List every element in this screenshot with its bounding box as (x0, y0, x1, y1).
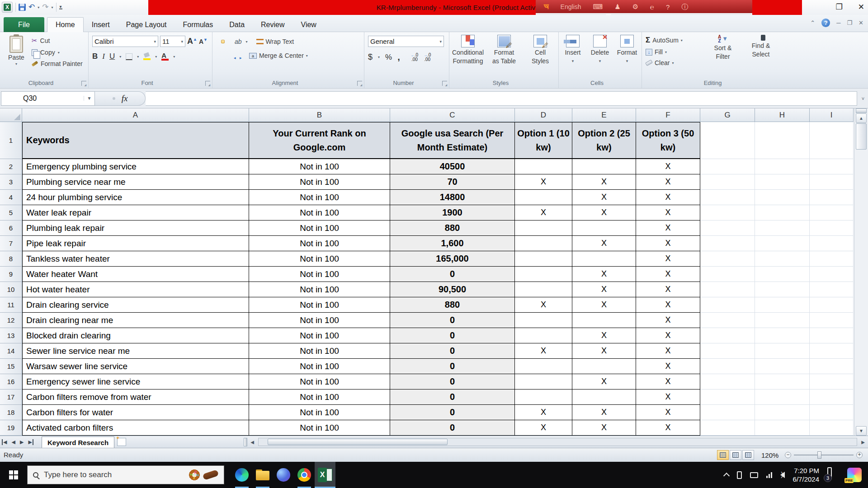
cell-volume[interactable]: 40500 (390, 159, 515, 174)
middle-align-button[interactable] (221, 40, 225, 43)
cell-option3[interactable]: X (636, 359, 700, 374)
cell-option3[interactable]: X (636, 174, 700, 190)
cell-g[interactable] (700, 328, 755, 343)
increase-indent-button[interactable] (239, 54, 242, 57)
wrap-text-button[interactable]: Wrap Text (256, 38, 294, 45)
cell-option1[interactable] (515, 251, 572, 267)
cell-option2[interactable]: X (572, 328, 636, 343)
column-header-D[interactable]: D (515, 108, 572, 122)
chrome-taskbar-button[interactable] (294, 462, 315, 488)
cell-i[interactable] (810, 282, 854, 297)
cell-option2[interactable]: X (572, 297, 636, 313)
cell-volume[interactable]: 70 (390, 174, 515, 190)
paint-cocreator-icon[interactable]: PRE (847, 468, 862, 482)
cell-g[interactable] (700, 282, 755, 297)
sort-filter-button[interactable]: AZ ▼ Sort & Filter (704, 35, 741, 60)
grow-font-button[interactable]: A▲ (187, 37, 197, 46)
taskbar-search-input[interactable]: Type here to search (27, 465, 224, 484)
cell-h[interactable] (755, 236, 810, 251)
scroll-up-icon[interactable]: ▲ (856, 113, 867, 123)
insert-cells-button[interactable]: Insert ▾ (560, 35, 586, 65)
cell-keyword[interactable]: Emergency sewer line service (22, 374, 249, 389)
hidden-icons-chevron[interactable] (723, 473, 730, 479)
bottom-align-button[interactable] (227, 40, 231, 43)
cell-i[interactable] (810, 328, 854, 343)
cell-h[interactable] (755, 313, 810, 328)
cell-rank[interactable]: Not in 100 (249, 374, 390, 389)
cell-option3[interactable]: X (636, 221, 700, 236)
cell-h[interactable] (755, 282, 810, 297)
cell-option3[interactable]: X (636, 205, 700, 221)
chevron-down-icon[interactable]: ▾ (572, 57, 574, 65)
customize-qat-icon[interactable]: ▾ (59, 5, 62, 9)
cell-option1[interactable]: X (515, 343, 572, 359)
cell-volume[interactable]: 165,000 (390, 251, 515, 267)
minimize-workbook-icon[interactable]: ─ (836, 19, 840, 26)
cell-rank[interactable]: Not in 100 (249, 405, 390, 420)
cell-i[interactable] (810, 359, 854, 374)
orientation-dropdown-icon[interactable]: ▾ (246, 40, 248, 44)
scroll-right-icon[interactable]: ▶ (858, 436, 868, 448)
tab-formulas[interactable]: Formulas (175, 17, 222, 32)
copilot-taskbar-button[interactable] (273, 462, 294, 488)
top-align-button[interactable] (215, 40, 219, 43)
cell-keyword[interactable]: Emergency plumbing service (22, 159, 249, 174)
row-header-1[interactable]: 1 (0, 122, 22, 159)
excel-taskbar-button[interactable]: X (315, 462, 335, 488)
cell-keyword[interactable]: Carbon filters for water (22, 405, 249, 420)
cell-option1[interactable] (515, 190, 572, 205)
cell-rank[interactable]: Not in 100 (249, 282, 390, 297)
zoom-slider[interactable]: − + (785, 451, 863, 459)
cell-keyword[interactable]: Sewer line service near me (22, 343, 249, 359)
cell-g[interactable] (700, 374, 755, 389)
paste-button[interactable]: Paste ▾ (4, 36, 29, 75)
fill-dropdown-icon[interactable]: ▾ (665, 50, 667, 54)
undo-icon[interactable]: ↶ (28, 4, 35, 11)
cell-h[interactable] (755, 374, 810, 389)
tab-data[interactable]: Data (221, 17, 253, 32)
cell-option3[interactable]: X (636, 420, 700, 436)
cell-rank[interactable]: Not in 100 (249, 267, 390, 282)
row-header-13[interactable]: 13 (0, 328, 22, 343)
cell-i[interactable] (810, 251, 854, 267)
cell-i[interactable] (810, 236, 854, 251)
next-sheet-icon[interactable]: ▶ (20, 439, 24, 445)
cell-volume[interactable]: 0 (390, 359, 515, 374)
edge-taskbar-button[interactable] (231, 462, 252, 488)
sheet-tab-keyword-research[interactable]: Keyword Research (42, 436, 114, 448)
undo-dropdown-icon[interactable]: ▾ (38, 5, 39, 9)
cell-g[interactable] (700, 267, 755, 282)
tab-page-layout[interactable]: Page Layout (118, 17, 175, 32)
tab-home[interactable]: Home (47, 17, 84, 32)
cell-rank[interactable]: Not in 100 (249, 190, 390, 205)
font-color-icon[interactable]: A (161, 52, 169, 61)
cell-option1[interactable] (515, 236, 572, 251)
merge-center-button[interactable]: a Merge & Center ▾ (249, 52, 308, 59)
cell-option2[interactable] (572, 159, 636, 174)
file-explorer-taskbar-button[interactable] (252, 462, 273, 488)
notification-center-button[interactable]: 3 (827, 469, 839, 480)
cell-rank[interactable]: Not in 100 (249, 221, 390, 236)
tab-file[interactable]: File (4, 17, 44, 32)
cell-g[interactable] (700, 405, 755, 420)
insert-worksheet-icon[interactable] (117, 438, 126, 446)
font-dialog-launcher-icon[interactable] (205, 81, 210, 86)
cell-keyword[interactable]: Warsaw sewer line service (22, 359, 249, 374)
row-header-5[interactable]: 5 (0, 205, 22, 221)
expand-formula-bar-icon[interactable]: ˅ (858, 91, 868, 106)
cell-i[interactable] (810, 405, 854, 420)
cell-keyword[interactable]: Activated carbon filters (22, 420, 249, 436)
name-box[interactable]: Q30 ▼ (1, 91, 95, 106)
cell-rank[interactable]: Not in 100 (249, 159, 390, 174)
cell-i[interactable] (810, 205, 854, 221)
cell-g[interactable] (700, 420, 755, 436)
cell-option2[interactable] (572, 313, 636, 328)
insert-function-icon[interactable]: fx (122, 94, 128, 103)
cell-option3[interactable]: X (636, 236, 700, 251)
row-header-8[interactable]: 8 (0, 251, 22, 267)
format-as-table-button[interactable]: Format as Table (486, 35, 522, 65)
zoom-track[interactable] (794, 455, 854, 455)
borders-dropdown-icon[interactable]: ▾ (137, 55, 139, 59)
cell-volume[interactable]: 0 (390, 343, 515, 359)
cell-h[interactable] (755, 297, 810, 313)
